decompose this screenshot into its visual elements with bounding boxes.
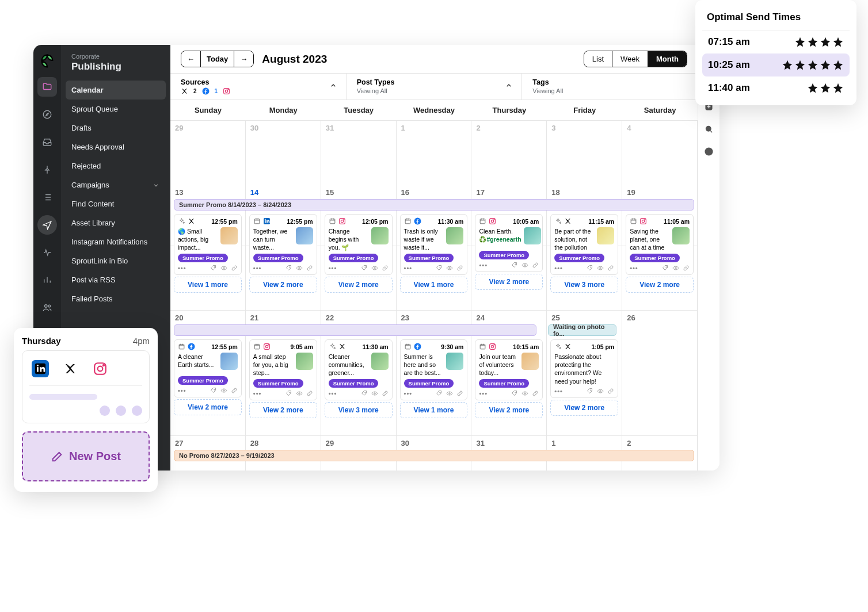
nav-bars-icon[interactable] [37,270,57,290]
more-menu[interactable]: ••• [404,265,413,271]
eye-icon[interactable] [220,265,227,271]
link-icon[interactable] [607,265,614,271]
view-list[interactable]: List [584,51,612,67]
eye-icon[interactable] [446,390,453,397]
link-icon[interactable] [231,387,238,394]
view-more-button[interactable]: View 2 more [550,400,618,416]
link-icon[interactable] [532,262,539,269]
campaign-band-summer-promo[interactable]: Summer Promo 8/14/2023 – 8/24/2023 [174,199,694,211]
post-card[interactable]: 12:55 pm A cleaner Earth starts... Summe… [174,339,242,397]
eye-icon[interactable] [672,265,679,271]
nav-compass-icon[interactable] [37,105,57,124]
eye-icon[interactable] [446,265,453,271]
instagram-icon[interactable] [92,360,109,377]
tag-icon[interactable] [361,265,368,271]
ost-row[interactable]: 07:15 am [702,30,850,53]
prev-button[interactable]: ← [181,51,200,67]
nav-send-icon[interactable] [37,215,57,235]
link-icon[interactable] [382,390,389,397]
more-menu[interactable]: ••• [404,390,413,397]
link-icon[interactable] [306,390,313,397]
eye-icon[interactable] [371,390,378,397]
ost-row[interactable]: 11:40 am [702,76,850,100]
more-menu[interactable]: ••• [630,265,638,271]
sidebar-item-rejected[interactable]: Rejected [66,156,166,175]
sidebar-item-post-via-rss[interactable]: Post via RSS [66,270,166,289]
linkedin-icon[interactable] [32,360,49,377]
nav-pulse-icon[interactable] [37,243,57,262]
new-post-button[interactable]: New Post [22,431,150,481]
campaign-band-no-promo[interactable]: No Promo 8/27/2023 – 9/19/2023 [174,450,694,461]
eye-icon[interactable] [597,265,604,271]
link-icon[interactable] [532,390,539,397]
eye-icon[interactable] [220,387,227,394]
sidebar-item-needs-approval[interactable]: Needs Approval [66,137,166,156]
post-card[interactable]: 1:05 pm Passionate about protecting the … [550,339,618,398]
sidebar-item-calendar[interactable]: Calendar [66,81,166,100]
post-card[interactable]: 11:05 am Saving the planet, one can at a… [626,214,694,275]
more-menu[interactable]: ••• [178,387,186,394]
eye-icon[interactable] [296,265,303,271]
view-more-button[interactable]: View 2 more [249,277,317,293]
tag-icon[interactable] [436,390,443,397]
view-more-button[interactable]: View 1 more [400,277,468,293]
more-menu[interactable]: ••• [554,265,563,271]
ost-row[interactable]: 10:25 am [702,53,850,76]
nav-list-icon[interactable] [37,188,57,207]
more-menu[interactable]: ••• [253,265,262,271]
view-week[interactable]: Week [612,51,648,67]
post-card[interactable]: 9:05 am A small step for you, a big step… [249,339,317,400]
calendar-cell[interactable]: 26 [622,311,698,436]
sidebar-item-sprout-queue[interactable]: Sprout Queue [66,100,166,118]
link-icon[interactable] [382,265,389,271]
filter-post-types[interactable]: Post Types Viewing All [347,74,523,100]
sidebar-item-instagram-notifications[interactable]: Instagram Notifications [66,232,166,251]
tag-icon[interactable] [436,265,443,271]
campaign-band-summer-promo[interactable] [174,324,536,336]
tag-icon[interactable] [361,390,368,397]
view-more-button[interactable]: View 3 more [325,402,393,418]
tag-icon[interactable] [285,265,292,271]
more-menu[interactable]: ••• [479,262,488,269]
today-button[interactable]: Today [200,51,234,67]
view-more-button[interactable]: View 2 more [475,402,543,418]
link-icon[interactable] [306,265,313,271]
nav-inbox-icon[interactable] [37,132,57,152]
eye-icon[interactable] [521,390,528,397]
post-card[interactable]: 10:05 am Clean Earth. ♻️#greenearth Summ… [475,214,543,272]
sidebar-item-find-content[interactable]: Find Content [66,194,166,213]
post-card[interactable]: 12:55 pm Together, we can turn waste... … [249,214,317,275]
next-button[interactable]: → [234,51,253,67]
eye-icon[interactable] [521,262,528,269]
tag-icon[interactable] [662,265,669,271]
view-more-button[interactable]: View 2 more [249,402,317,418]
tag-icon[interactable] [587,388,593,395]
filter-sources[interactable]: Sources 2 1 [170,74,347,100]
tag-icon[interactable] [210,387,217,394]
x-icon[interactable] [62,360,79,377]
post-card[interactable]: 11:15 am Be part of the solution, not th… [550,214,618,275]
more-menu[interactable]: ••• [253,390,262,397]
eye-icon[interactable] [371,265,378,271]
post-card[interactable]: 12:05 pm Change begins with you. 🌱 Summe… [325,214,393,275]
more-menu[interactable]: ••• [479,390,488,397]
tag-icon[interactable] [511,390,518,397]
more-menu[interactable]: ••• [329,390,337,397]
link-icon[interactable] [456,390,463,397]
eye-icon[interactable] [597,388,604,395]
view-more-button[interactable]: View 2 more [626,277,694,293]
eye-icon[interactable] [296,390,303,397]
more-menu[interactable]: ••• [178,265,186,271]
tag-icon[interactable] [587,265,593,271]
view-more-button[interactable]: View 1 more [400,402,468,418]
view-more-button[interactable]: View 2 more [475,274,543,290]
link-icon[interactable] [683,265,690,271]
tag-icon[interactable] [511,262,518,269]
nav-folder-icon[interactable] [37,77,57,97]
more-menu[interactable]: ••• [554,388,563,395]
filter-tags[interactable]: Tags Viewing All [522,74,698,100]
view-more-button[interactable]: View 3 more [550,277,618,293]
sidebar-item-campaigns[interactable]: Campaigns [66,175,166,194]
view-more-button[interactable]: View 2 more [325,277,393,293]
link-icon[interactable] [607,388,614,395]
